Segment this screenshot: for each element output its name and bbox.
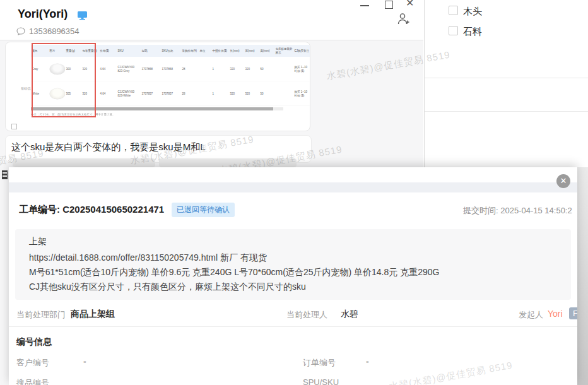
content-line-url: https://detail.1688.com/offer/8311502057… bbox=[29, 252, 267, 264]
divider bbox=[425, 111, 588, 112]
table-header-cell: 申报价值($) bbox=[211, 49, 229, 54]
checkbox-wood[interactable] bbox=[449, 6, 458, 15]
table-header-cell: 短码 bbox=[141, 49, 161, 54]
handler-label: 当前处理人 bbox=[286, 309, 327, 321]
contact-name: Yori(Yori) bbox=[18, 8, 68, 21]
table-cell: 购买 1~10 时候 ($) bbox=[293, 65, 310, 73]
table-header-cell: CJ购买备注 bbox=[293, 49, 310, 54]
table-header-cell: 价格($) bbox=[99, 49, 117, 54]
search-no-label: 搜品编号 bbox=[16, 377, 49, 385]
table-cell: 4.64 bbox=[99, 66, 117, 71]
customer-no-label: 客户编号 bbox=[16, 357, 49, 369]
table-cell: 1707868 bbox=[141, 66, 161, 71]
close-window-icon[interactable]: ✕ bbox=[406, 0, 414, 9]
table-cell: 购买 1~10 时候 ($) bbox=[293, 90, 310, 98]
table-cell: CJJCWNY00 823-Grey bbox=[117, 65, 141, 73]
table-cell: 1 bbox=[211, 66, 229, 71]
table-header-cell: 高(mm) bbox=[259, 49, 274, 54]
table-cell: 50 bbox=[259, 66, 274, 71]
table-cell: 1707857 bbox=[161, 91, 181, 96]
filter-panel: 木头 石料 bbox=[424, 0, 588, 167]
order-no-value: - bbox=[366, 357, 369, 367]
dialog-close-button[interactable]: ✕ bbox=[556, 174, 570, 188]
spu-sku-label: SPU/SKU bbox=[303, 377, 339, 385]
table-cell: 320 bbox=[244, 66, 259, 71]
table-header-cell: 宽(mm) bbox=[244, 49, 259, 54]
dept-label: 当前处理部门 bbox=[16, 309, 66, 321]
maximize-icon[interactable] bbox=[385, 1, 393, 9]
work-order-content-box: 上架 https://detail.1688.com/offer/8311502… bbox=[15, 229, 571, 300]
work-order-dialog: ✕ 工单编号: C202504150650221471 已退回等待确认 提交时间… bbox=[9, 167, 577, 385]
image-tool-icon[interactable] bbox=[11, 124, 17, 129]
table-cell: CJJCWNY00 823-White bbox=[117, 90, 141, 98]
content-line-specs: M号61*51cm(适合10斤内宠物) 单价9.6元 克重240G L号70*6… bbox=[29, 267, 439, 278]
add-person-icon[interactable] bbox=[396, 12, 411, 26]
status-badge: 已退回等待确认 bbox=[172, 203, 235, 217]
page-backdrop-strip bbox=[577, 167, 588, 385]
red-annotation-box bbox=[32, 43, 96, 117]
dept-value: 商品上架组 bbox=[71, 309, 115, 320]
table-header-cell: SKU别名 bbox=[161, 49, 181, 54]
table-cell bbox=[274, 68, 293, 69]
handler-value: 水碧 bbox=[341, 309, 358, 320]
table-header-cell: 采购价格(¥) bbox=[181, 49, 199, 54]
initiator-tag: Fre bbox=[569, 307, 577, 319]
hidden-input-icon bbox=[2, 170, 8, 179]
table-cell: 50 bbox=[259, 91, 274, 96]
table-cell: 320 bbox=[229, 66, 244, 71]
table-header-cell: SKU bbox=[117, 49, 141, 54]
table-cell: 1707857 bbox=[141, 91, 161, 96]
checkbox-wood-label: 木头 bbox=[463, 6, 482, 18]
section-title: 编号信息 bbox=[16, 336, 52, 348]
initiator-value: Yori bbox=[548, 309, 563, 319]
table-cell bbox=[199, 93, 211, 94]
table-cell bbox=[274, 93, 293, 94]
phone-number: 13536896354 bbox=[29, 27, 79, 36]
order-number: 工单编号: C202504150650221471 bbox=[19, 204, 164, 216]
table-cell: 320 bbox=[244, 91, 259, 96]
divider bbox=[9, 326, 577, 327]
table-header-cell: 单位 bbox=[199, 49, 211, 54]
table-header-cell: 长(mm) bbox=[229, 49, 244, 54]
content-line-note: CJ其他sku没有区分尺寸，只有颜色区分，麻烦上架这个不同尺寸的sku bbox=[29, 281, 306, 293]
divider bbox=[425, 78, 588, 78]
minimize-icon[interactable] bbox=[360, 5, 369, 6]
table-cell: 1707868 bbox=[161, 66, 181, 71]
phone-row: 13536896354 bbox=[16, 27, 79, 36]
chat-bubble-icon bbox=[16, 27, 25, 35]
checkbox-stone[interactable] bbox=[449, 26, 458, 35]
monitor-icon bbox=[77, 11, 88, 20]
table-header-cell: 仓库标签额外展示 bbox=[274, 47, 293, 55]
submit-time: 提交时间: 2025-04-15 14:50:2 bbox=[463, 205, 577, 216]
customer-no-value: - bbox=[83, 357, 86, 367]
initiator-label: 发起人 bbox=[519, 309, 543, 321]
table-cell: 4.64 bbox=[99, 91, 117, 96]
order-no-label: 订单编号 bbox=[303, 357, 336, 369]
dialog-header-band bbox=[9, 182, 577, 192]
table-cell: 1 bbox=[211, 91, 229, 96]
table-cell: 320 bbox=[229, 91, 244, 96]
table-cell bbox=[199, 68, 211, 69]
table-cell: 28 bbox=[181, 66, 199, 71]
table-cell: 28 bbox=[181, 91, 199, 96]
content-title: 上架 bbox=[29, 236, 47, 247]
checkbox-stone-label: 石料 bbox=[463, 26, 482, 38]
